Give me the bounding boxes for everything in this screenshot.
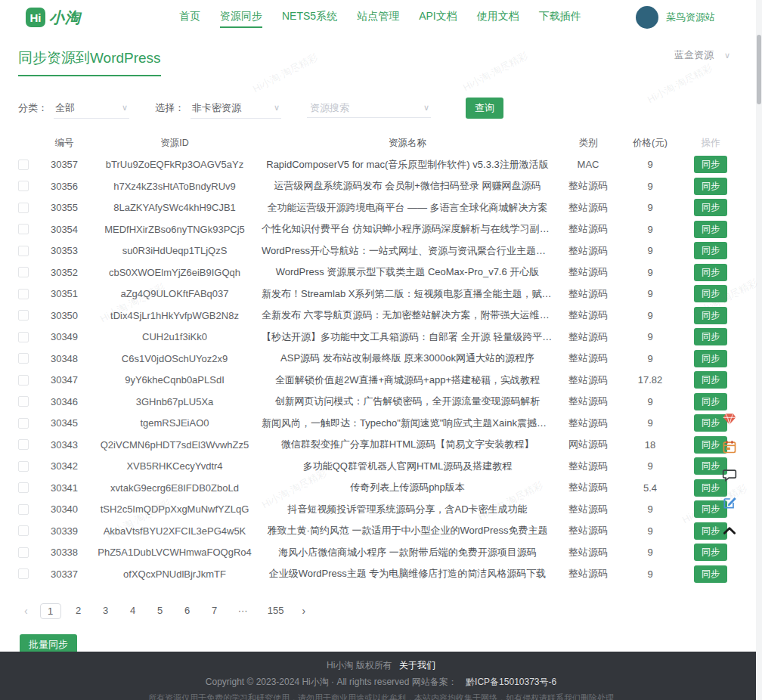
row-checkbox[interactable] xyxy=(18,525,29,536)
resource-price: 9 xyxy=(623,547,677,558)
row-number: 30347 xyxy=(41,374,88,386)
resource-category: 整站源码 xyxy=(553,417,623,430)
category-label: 分类： xyxy=(18,101,48,115)
nav-item[interactable]: 下载插件 xyxy=(539,7,581,28)
page-number[interactable]: 155 xyxy=(262,603,290,619)
sync-button[interactable]: 同步 xyxy=(694,199,727,216)
row-number: 30348 xyxy=(41,353,88,364)
row-checkbox[interactable] xyxy=(18,203,29,213)
nav-item[interactable]: 首页 xyxy=(179,7,200,28)
row-checkbox[interactable] xyxy=(18,267,29,277)
page-number[interactable]: ··· xyxy=(232,603,254,619)
resource-price: 9 xyxy=(623,525,677,537)
nav-item[interactable]: NETS5系统 xyxy=(282,7,337,28)
resource-category: 整站源码 xyxy=(553,524,623,537)
page-title: 同步资源到WordPress xyxy=(18,48,161,76)
resource-name: 新闻风尚，一触即达：Typecho"新闻速览"响应式主题Xaink震撼发布 xyxy=(262,417,553,430)
sync-button[interactable]: 同步 xyxy=(694,350,727,367)
edit-icon[interactable] xyxy=(721,494,738,511)
sync-button[interactable]: 同步 xyxy=(694,371,727,389)
row-checkbox[interactable] xyxy=(18,289,29,299)
nav-item[interactable]: API文档 xyxy=(419,7,457,28)
resource-price: 5.4 xyxy=(623,482,677,494)
avatar[interactable] xyxy=(636,6,658,29)
sync-button[interactable]: 同步 xyxy=(694,264,727,281)
chat-icon[interactable] xyxy=(721,466,738,483)
nav-item[interactable]: 资源同步 xyxy=(220,7,262,28)
row-checkbox[interactable] xyxy=(18,246,29,256)
sync-button[interactable]: 同步 xyxy=(694,221,727,238)
page-number[interactable]: 5 xyxy=(150,603,170,619)
resource-name: 新发布！Streamlab X系列第二版：短视频电影直播全能主题，赋能苹果CMS xyxy=(262,287,553,301)
resource-id: XVB5RHKCecyYvdtr4 xyxy=(88,460,262,472)
sync-button[interactable]: 同步 xyxy=(694,285,727,302)
resource-name: 运营级网盘系统源码发布 会员制+微信扫码登录 网赚网盘源码 xyxy=(262,179,553,193)
page-number[interactable]: 1 xyxy=(40,603,61,619)
table-row: 30339 AkbaVtsfBYU2XFCIL3ePG4w5K 雅致土黄·简约风… xyxy=(18,520,744,542)
resource-table: 编号 资源ID 资源名称 类别 价格(元) 操作 30357 bTrUu9ZoE… xyxy=(18,132,744,585)
nav-item[interactable]: 使用文档 xyxy=(477,7,519,28)
page-number[interactable]: 2 xyxy=(69,603,88,619)
sync-button[interactable]: 同步 xyxy=(694,307,727,324)
page-number[interactable]: 7 xyxy=(205,603,225,619)
prev-page-button[interactable]: ‹ xyxy=(20,603,33,618)
site-logo[interactable]: Hi 小淘 xyxy=(26,8,81,28)
page-number[interactable]: 4 xyxy=(123,603,143,619)
resource-price: 9 xyxy=(623,331,677,342)
footer-icp-link[interactable]: 黔ICP备15010373号-6 xyxy=(466,677,556,687)
filter-bar: 分类： 全部 ∨ 选择： 非卡密资源 ∨ ∨ 查询 xyxy=(18,98,744,119)
calendar-icon[interactable] xyxy=(721,438,738,455)
row-checkbox[interactable] xyxy=(18,310,29,321)
row-checkbox[interactable] xyxy=(18,439,29,450)
footer-about-link[interactable]: 关于我们 xyxy=(399,660,435,671)
row-checkbox[interactable] xyxy=(18,181,29,191)
sync-button[interactable]: 同步 xyxy=(694,328,727,345)
resource-id: ofXQcxPNUdlBjrJkmTF xyxy=(88,568,262,580)
category-select[interactable]: 全部 ∨ xyxy=(54,98,129,119)
query-button[interactable]: 查询 xyxy=(466,98,503,119)
table-row: 30342 XVB5RHKCecyYvdtr4 多功能QQ群管机器人官网HTML… xyxy=(18,456,744,478)
page-number[interactable]: 3 xyxy=(96,603,116,619)
type-select[interactable]: 非卡密资源 ∨ xyxy=(190,98,281,119)
scrollbar-thumb[interactable] xyxy=(757,35,761,104)
row-checkbox[interactable] xyxy=(18,160,29,170)
sync-button[interactable]: 同步 xyxy=(694,178,727,195)
sync-button[interactable]: 同步 xyxy=(694,242,727,259)
resource-name: 企业级WordPress主题 专为电脑维修店打造的简洁风格源码下载 xyxy=(262,567,553,581)
table-header-row: 编号 资源ID 资源名称 类别 价格(元) 操作 xyxy=(18,132,744,154)
resource-name: RapidComposerV5 for mac(音乐原型制作软件) v5.3.3… xyxy=(262,158,553,172)
row-checkbox[interactable] xyxy=(18,418,29,429)
row-checkbox[interactable] xyxy=(18,504,29,515)
user-box: 菜鸟资源站 xyxy=(636,6,715,29)
back-to-top-icon[interactable] xyxy=(721,522,738,539)
search-input[interactable] xyxy=(308,101,402,114)
row-checkbox[interactable] xyxy=(18,332,29,342)
row-checkbox[interactable] xyxy=(18,353,29,364)
row-checkbox[interactable] xyxy=(18,224,29,234)
row-checkbox[interactable] xyxy=(18,461,29,472)
scrollbar-track[interactable] xyxy=(756,0,762,700)
sync-button[interactable]: 同步 xyxy=(694,565,727,583)
sync-button[interactable]: 同步 xyxy=(694,156,727,173)
row-checkbox[interactable] xyxy=(18,396,29,407)
resource-category: 整站源码 xyxy=(553,546,623,559)
sync-button[interactable]: 同步 xyxy=(694,393,727,410)
row-checkbox[interactable] xyxy=(18,375,29,386)
page-number[interactable]: 6 xyxy=(178,603,197,619)
footer-copyright: Copyright © 2023-2024 Hi小淘 · All rights … xyxy=(206,677,410,687)
nav-item[interactable]: 站点管理 xyxy=(357,7,399,28)
next-page-button[interactable]: › xyxy=(297,603,310,618)
row-number: 30338 xyxy=(41,547,88,558)
resource-name: 个性化知识付费平台 仿知识蝉小程序源码深度解析与在线学习副业项目 xyxy=(262,222,553,236)
resource-category: 整站源码 xyxy=(553,308,623,322)
logo-badge-icon: Hi xyxy=(26,8,45,27)
sync-button[interactable]: 同步 xyxy=(694,544,727,561)
row-checkbox[interactable] xyxy=(18,568,29,579)
resource-id: tDix4SjLr1hHkYvfpWGB2N8z xyxy=(88,310,262,321)
username[interactable]: 菜鸟资源站 xyxy=(666,11,715,24)
source-select[interactable]: 蓝盒资源 ∨ xyxy=(674,48,730,62)
row-checkbox[interactable] xyxy=(18,482,29,493)
resource-category: 整站源码 xyxy=(553,373,623,387)
row-checkbox[interactable] xyxy=(18,547,29,558)
gem-icon[interactable] xyxy=(721,410,738,427)
